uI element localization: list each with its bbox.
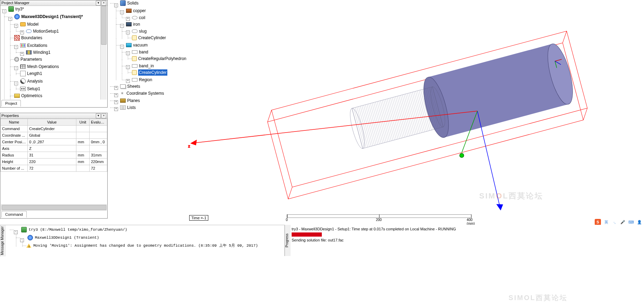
expander-icon[interactable]: + xyxy=(20,52,24,56)
cell-eval[interactable]: 0mm , 0 xyxy=(90,139,107,145)
pm-pin-button[interactable]: ▾ xyxy=(96,1,101,6)
tree-item-crp[interactable]: CreateRegularPolyhedron xyxy=(132,56,186,62)
cell-name[interactable]: Height xyxy=(1,159,28,165)
cell-unit[interactable]: mm xyxy=(76,152,90,159)
tree-item-lists[interactable]: Lists xyxy=(120,104,136,111)
tree-item-parameters[interactable]: Parameters xyxy=(14,56,42,62)
ime-punct[interactable]: ·, xyxy=(611,219,618,225)
table-row[interactable]: Radius31mm31mm xyxy=(1,152,107,159)
tree-item-sheets[interactable]: Sheets xyxy=(120,83,140,90)
cell-unit[interactable] xyxy=(76,132,90,139)
cell-eval[interactable] xyxy=(90,132,107,139)
cell-eval[interactable] xyxy=(90,145,107,152)
tree-item-coordsys[interactable]: Coordinate Systems xyxy=(120,90,164,96)
expander-icon[interactable]: + xyxy=(20,31,24,34)
tree-item-project[interactable]: try3* xyxy=(8,6,24,12)
cell-name[interactable]: Radius xyxy=(1,152,28,159)
tree-item-design[interactable]: Maxwell3DDesign1 (Transient)* xyxy=(14,14,83,20)
col-evaluate[interactable]: Evaluate xyxy=(90,119,107,126)
tree-item-analysis[interactable]: Analysis xyxy=(20,78,43,84)
msg-warning[interactable]: Moving 'Moving1': Assignment has changed… xyxy=(26,243,258,249)
tree-item-coil[interactable]: coil xyxy=(132,15,145,21)
table-row[interactable]: Coordinate ...Global xyxy=(1,132,107,139)
cell-eval[interactable]: 72 xyxy=(90,165,107,172)
ime-user-icon[interactable]: 👤 xyxy=(636,219,643,225)
tree-item-motionsetup[interactable]: MotionSetup1 xyxy=(26,28,59,34)
tree-item-model[interactable]: Model xyxy=(20,21,39,27)
tree-item-band[interactable]: band xyxy=(132,49,148,55)
project-tab[interactable]: Project xyxy=(1,100,21,107)
cell-unit[interactable]: mm xyxy=(76,139,90,145)
cell-eval[interactable] xyxy=(90,126,107,132)
props-h-scrollbar[interactable] xyxy=(1,204,107,211)
table-row[interactable]: Center Positi...0 ,0 ,287mm0mm , 0 xyxy=(1,139,107,145)
cell-name[interactable]: Axis xyxy=(1,145,28,152)
cell-value[interactable]: Z xyxy=(28,145,76,152)
tree-item-slug[interactable]: slug xyxy=(132,28,147,34)
props-close-button[interactable]: × xyxy=(101,113,106,118)
msg-design[interactable]: Maxwell3DDesign1 (Transient) xyxy=(27,235,99,241)
properties-table[interactable]: Name Value Unit Evaluate CommandCreateCy… xyxy=(0,119,107,172)
tree-item-copper[interactable]: copper xyxy=(126,8,146,14)
project-tree[interactable]: - try3* - Maxwell3DDesign1 (Transient)* xyxy=(1,6,107,100)
col-value[interactable]: Value xyxy=(28,119,76,126)
tree-item-setup[interactable]: Setup1 xyxy=(20,86,40,92)
scrollbar-thumb[interactable] xyxy=(101,6,107,45)
tree-item-iron[interactable]: iron xyxy=(126,21,140,27)
cell-value[interactable]: 0 ,0 ,287 xyxy=(28,139,76,145)
pm-scrollbar[interactable] xyxy=(100,6,107,100)
cell-value[interactable]: 31 xyxy=(28,152,76,159)
tree-item-boundaries[interactable]: Boundaries xyxy=(14,35,42,41)
pm-close-button[interactable]: × xyxy=(101,1,106,6)
expander-icon[interactable]: + xyxy=(114,86,118,90)
msg-project[interactable]: try3 (E:/Maxwell temp/ximo_forum/Zhenyua… xyxy=(21,227,127,233)
table-row[interactable]: CommandCreateCylinder xyxy=(1,126,107,132)
cell-name[interactable]: Center Positi... xyxy=(1,139,28,145)
tree-item-optimetrics[interactable]: Optimetrics xyxy=(14,93,42,99)
cell-unit[interactable]: mm xyxy=(76,159,90,165)
tree-item-winding[interactable]: Winding1 xyxy=(26,49,50,56)
col-unit[interactable]: Unit xyxy=(76,119,90,126)
expander-icon[interactable]: + xyxy=(114,107,118,111)
cell-eval[interactable]: 220mm xyxy=(90,159,107,165)
tree-item-region[interactable]: Region xyxy=(132,77,152,83)
expander-icon[interactable]: + xyxy=(126,17,130,21)
viewport-3d[interactable]: z xyxy=(187,0,644,224)
tree-item-solids[interactable]: Solids xyxy=(120,0,139,6)
props-pin-button[interactable]: ▾ xyxy=(96,113,101,118)
tree-item-length[interactable]: Length1 xyxy=(20,70,42,77)
expander-icon[interactable]: + xyxy=(126,79,130,83)
tree-item-vacuum[interactable]: vacuum xyxy=(126,42,148,48)
table-row[interactable]: Height220mm220mm xyxy=(1,159,107,165)
ime-mic-icon[interactable]: 🎤 xyxy=(620,219,626,225)
cell-eval[interactable]: 31mm xyxy=(90,152,107,159)
col-name[interactable]: Name xyxy=(1,119,28,126)
expander-icon[interactable]: + xyxy=(114,93,118,97)
cell-value[interactable]: CreateCylinder xyxy=(28,126,76,132)
cell-name[interactable]: Coordinate ... xyxy=(1,132,28,139)
table-row[interactable]: AxisZ xyxy=(1,145,107,152)
expander-icon[interactable]: + xyxy=(114,100,118,104)
model-tree-panel[interactable]: - Solids - copper + xyxy=(113,0,186,222)
ime-bar[interactable]: S 英 ·, 🎤 ⌨ 👤 xyxy=(593,219,644,226)
scrollbar-thumb[interactable] xyxy=(2,205,107,210)
tree-item-excitations[interactable]: Excitations xyxy=(20,42,47,49)
cell-name[interactable]: Command xyxy=(1,126,28,132)
cell-name[interactable]: Number of ... xyxy=(1,165,28,172)
tree-item-createcylinder[interactable]: CreateCylinder xyxy=(132,35,166,41)
cell-value[interactable]: Global xyxy=(28,132,76,139)
sogou-icon[interactable]: S xyxy=(595,219,601,225)
tree-item-planes[interactable]: Planes xyxy=(120,97,140,104)
command-tab[interactable]: Command xyxy=(1,211,27,218)
table-row[interactable]: Number of ...7272 xyxy=(1,165,107,172)
tree-item-meshops[interactable]: Mesh Operations xyxy=(20,63,59,70)
cell-unit[interactable] xyxy=(76,126,90,132)
cell-value[interactable]: 72 xyxy=(28,165,76,172)
cell-unit[interactable] xyxy=(76,165,90,172)
cell-value[interactable]: 220 xyxy=(28,159,76,165)
cell-unit[interactable] xyxy=(76,145,90,152)
ime-keyboard-icon[interactable]: ⌨ xyxy=(628,219,634,225)
tree-item-createcylinder-selected[interactable]: CreateCylinder xyxy=(132,69,167,76)
tree-item-band-in[interactable]: band_in xyxy=(132,63,154,69)
ime-lang[interactable]: 英 xyxy=(603,219,609,225)
